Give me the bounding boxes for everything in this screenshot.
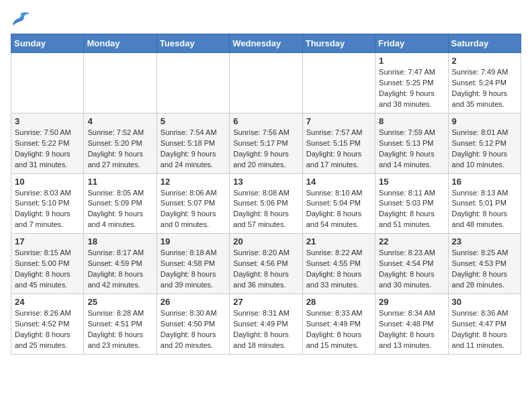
day-info: Sunrise: 7:57 AMSunset: 5:15 PMDaylight:… [306,128,371,171]
calendar-cell: 15Sunrise: 8:11 AMSunset: 5:03 PMDayligh… [375,173,448,234]
calendar-cell: 5Sunrise: 7:54 AMSunset: 5:18 PMDaylight… [157,113,229,173]
calendar-cell: 22Sunrise: 8:23 AMSunset: 4:54 PMDayligh… [375,234,448,294]
calendar-cell [84,53,157,113]
day-info: Sunrise: 7:59 AMSunset: 5:13 PMDaylight:… [379,128,444,171]
calendar-cell: 14Sunrise: 8:10 AMSunset: 5:04 PMDayligh… [302,173,375,234]
day-info: Sunrise: 8:11 AMSunset: 5:03 PMDaylight:… [379,188,444,231]
day-info: Sunrise: 8:31 AMSunset: 4:49 PMDaylight:… [233,308,298,351]
day-info: Sunrise: 8:34 AMSunset: 4:48 PMDaylight:… [379,308,444,351]
day-number: 24 [15,297,80,307]
day-number: 7 [306,116,371,126]
day-number: 25 [87,297,152,307]
day-info: Sunrise: 8:15 AMSunset: 5:00 PMDaylight:… [15,248,80,291]
day-info: Sunrise: 7:49 AMSunset: 5:24 PMDaylight:… [452,67,517,110]
col-header-thursday: Thursday [302,34,375,53]
calendar-cell: 2Sunrise: 7:49 AMSunset: 5:24 PMDaylight… [448,53,521,113]
day-number: 2 [452,56,517,66]
calendar-cell: 9Sunrise: 8:01 AMSunset: 5:12 PMDaylight… [448,113,521,173]
calendar-cell: 25Sunrise: 8:28 AMSunset: 4:51 PMDayligh… [84,294,157,355]
day-number: 8 [379,116,444,126]
calendar-cell: 3Sunrise: 7:50 AMSunset: 5:22 PMDaylight… [11,113,84,173]
day-info: Sunrise: 8:06 AMSunset: 5:07 PMDaylight:… [161,188,226,231]
calendar-cell: 23Sunrise: 8:25 AMSunset: 4:53 PMDayligh… [448,234,521,294]
calendar-cell: 17Sunrise: 8:15 AMSunset: 5:00 PMDayligh… [11,234,84,294]
logo [11,11,34,27]
day-number: 13 [233,177,298,187]
day-number: 16 [452,177,517,187]
col-header-tuesday: Tuesday [157,34,229,53]
day-number: 27 [233,297,298,307]
day-info: Sunrise: 8:30 AMSunset: 4:50 PMDaylight:… [161,308,226,351]
day-number: 6 [233,116,298,126]
calendar-cell [11,53,84,113]
calendar-cell: 7Sunrise: 7:57 AMSunset: 5:15 PMDaylight… [302,113,375,173]
calendar-cell: 28Sunrise: 8:33 AMSunset: 4:49 PMDayligh… [302,294,375,355]
calendar-cell: 13Sunrise: 8:08 AMSunset: 5:06 PMDayligh… [230,173,302,234]
day-info: Sunrise: 7:52 AMSunset: 5:20 PMDaylight:… [87,128,152,171]
day-info: Sunrise: 8:10 AMSunset: 5:04 PMDaylight:… [306,188,371,231]
day-number: 29 [379,297,444,307]
day-number: 9 [452,116,517,126]
day-info: Sunrise: 8:20 AMSunset: 4:56 PMDaylight:… [233,248,298,291]
calendar-cell: 8Sunrise: 7:59 AMSunset: 5:13 PMDaylight… [375,113,448,173]
col-header-wednesday: Wednesday [230,34,302,53]
day-number: 21 [306,236,371,246]
day-info: Sunrise: 8:26 AMSunset: 4:52 PMDaylight:… [15,308,80,351]
calendar-cell [302,53,375,113]
day-number: 5 [161,116,226,126]
day-info: Sunrise: 8:36 AMSunset: 4:47 PMDaylight:… [452,308,517,351]
day-info: Sunrise: 7:47 AMSunset: 5:25 PMDaylight:… [379,67,444,110]
calendar-cell [230,53,302,113]
day-number: 30 [452,297,517,307]
day-number: 3 [15,116,80,126]
day-number: 1 [379,56,444,66]
calendar-cell: 21Sunrise: 8:22 AMSunset: 4:55 PMDayligh… [302,234,375,294]
day-number: 14 [306,177,371,187]
calendar-cell: 20Sunrise: 8:20 AMSunset: 4:56 PMDayligh… [230,234,302,294]
calendar-cell: 26Sunrise: 8:30 AMSunset: 4:50 PMDayligh… [157,294,229,355]
calendar-cell: 6Sunrise: 7:56 AMSunset: 5:17 PMDaylight… [230,113,302,173]
day-number: 15 [379,177,444,187]
day-number: 11 [87,177,152,187]
calendar-cell: 4Sunrise: 7:52 AMSunset: 5:20 PMDaylight… [84,113,157,173]
day-info: Sunrise: 8:33 AMSunset: 4:49 PMDaylight:… [306,308,371,351]
day-info: Sunrise: 7:56 AMSunset: 5:17 PMDaylight:… [233,128,298,171]
day-info: Sunrise: 8:13 AMSunset: 5:01 PMDaylight:… [452,188,517,231]
calendar-cell: 18Sunrise: 8:17 AMSunset: 4:59 PMDayligh… [84,234,157,294]
day-info: Sunrise: 8:05 AMSunset: 5:09 PMDaylight:… [87,188,152,231]
day-number: 17 [15,236,80,246]
calendar-cell [157,53,229,113]
calendar-cell: 16Sunrise: 8:13 AMSunset: 5:01 PMDayligh… [448,173,521,234]
calendar-cell: 27Sunrise: 8:31 AMSunset: 4:49 PMDayligh… [230,294,302,355]
calendar-cell: 11Sunrise: 8:05 AMSunset: 5:09 PMDayligh… [84,173,157,234]
day-info: Sunrise: 7:54 AMSunset: 5:18 PMDaylight:… [161,128,226,171]
day-info: Sunrise: 8:01 AMSunset: 5:12 PMDaylight:… [452,128,517,171]
day-info: Sunrise: 8:22 AMSunset: 4:55 PMDaylight:… [306,248,371,291]
calendar-cell: 29Sunrise: 8:34 AMSunset: 4:48 PMDayligh… [375,294,448,355]
day-number: 26 [161,297,226,307]
calendar-cell: 1Sunrise: 7:47 AMSunset: 5:25 PMDaylight… [375,53,448,113]
day-number: 19 [161,236,226,246]
page-header [11,11,521,27]
day-number: 4 [87,116,152,126]
logo-icon [11,11,31,27]
day-info: Sunrise: 8:08 AMSunset: 5:06 PMDaylight:… [233,188,298,231]
day-info: Sunrise: 8:17 AMSunset: 4:59 PMDaylight:… [87,248,152,291]
day-info: Sunrise: 8:25 AMSunset: 4:53 PMDaylight:… [452,248,517,291]
day-number: 28 [306,297,371,307]
day-number: 23 [452,236,517,246]
day-info: Sunrise: 8:28 AMSunset: 4:51 PMDaylight:… [87,308,152,351]
day-info: Sunrise: 7:50 AMSunset: 5:22 PMDaylight:… [15,128,80,171]
col-header-sunday: Sunday [11,34,84,53]
col-header-monday: Monday [84,34,157,53]
calendar-table: SundayMondayTuesdayWednesdayThursdayFrid… [11,34,521,355]
calendar-cell: 24Sunrise: 8:26 AMSunset: 4:52 PMDayligh… [11,294,84,355]
calendar-cell: 30Sunrise: 8:36 AMSunset: 4:47 PMDayligh… [448,294,521,355]
day-info: Sunrise: 8:03 AMSunset: 5:10 PMDaylight:… [15,188,80,231]
col-header-friday: Friday [375,34,448,53]
day-number: 20 [233,236,298,246]
day-number: 10 [15,177,80,187]
calendar-cell: 10Sunrise: 8:03 AMSunset: 5:10 PMDayligh… [11,173,84,234]
calendar-cell: 19Sunrise: 8:18 AMSunset: 4:58 PMDayligh… [157,234,229,294]
day-number: 12 [161,177,226,187]
